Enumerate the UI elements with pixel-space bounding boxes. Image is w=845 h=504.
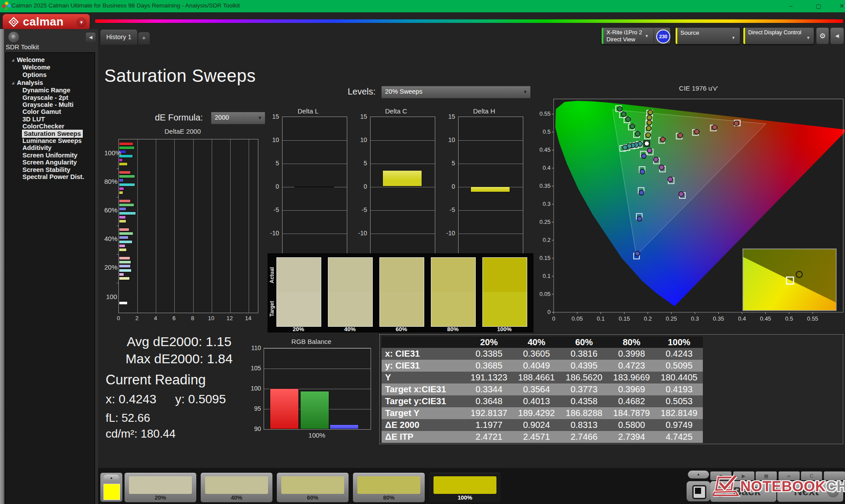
table-row: ΔE 20001.19770.90240.83130.58000.9749 — [382, 419, 703, 431]
maximize-button[interactable]: ▢ — [812, 2, 825, 11]
deltae-bar-magenta — [119, 187, 124, 190]
tree-expand-icon[interactable]: ◢ — [11, 58, 14, 62]
meter-badge: 230 — [656, 29, 670, 44]
patch-button-80%[interactable]: 80% — [353, 473, 425, 502]
calman-menu-chevron-icon[interactable]: ▼ — [77, 18, 86, 27]
stop-button[interactable] — [687, 481, 710, 501]
deltae-bar-green — [119, 260, 131, 264]
sidebar-item-grayscale-multi[interactable]: Grayscale - Multi — [22, 101, 73, 108]
next-button[interactable]: Next » — [777, 481, 843, 502]
transport-small-button-4[interactable]: C — [801, 471, 822, 480]
display-control-status-bar — [743, 28, 745, 44]
svg-text:0.05: 0.05 — [572, 315, 583, 322]
sidebar-item-luminance-sweeps[interactable]: Luminance Sweeps — [22, 137, 82, 144]
deltae-bar-cyan — [119, 269, 132, 272]
cie-measured-blue — [637, 216, 642, 221]
meter-chevron-icon[interactable]: ▼ — [645, 34, 649, 38]
row-value: 0.3685 — [465, 360, 513, 372]
patch-button-20%[interactable]: 20% — [125, 473, 196, 502]
sidebar-item-spectral-power-dist-[interactable]: Spectral Power Dist. — [22, 173, 84, 180]
row-value: 0.4682 — [608, 395, 655, 407]
cie-measured-green — [626, 117, 631, 122]
tree-group-analysis[interactable]: ◢Analysis — [11, 79, 43, 86]
sidebar-item-3d-lut[interactable]: 3D LUT — [22, 116, 45, 123]
transport-small-button-0[interactable]: ■ — [710, 471, 731, 480]
tab-history-1[interactable]: History 1 — [100, 29, 138, 45]
row-value: 2.7394 — [608, 431, 655, 443]
patch-button-100%[interactable]: 100% — [429, 473, 501, 502]
close-button[interactable]: ✕ — [835, 2, 845, 11]
delta-h-chart: Delta H151050-5-10-15100% — [440, 106, 528, 270]
cie-1976-chart: CIE 1976 u'v'00.050.10.150.20.250.30.350… — [536, 83, 845, 329]
patch-label: 100% — [429, 494, 501, 501]
panel-collapse-icon[interactable]: ◀ — [830, 27, 844, 44]
deltae-bar-red — [119, 142, 133, 146]
sidebar-item-dynamic-range[interactable]: Dynamic Range — [22, 87, 70, 94]
deltae-xtick: 0 — [112, 315, 125, 321]
deltae-bar-magenta — [119, 158, 123, 162]
patch-label: 80% — [353, 494, 425, 501]
source-selector[interactable]: Source ▼ — [675, 27, 740, 44]
sidebar-item-welcome[interactable]: Welcome — [22, 64, 50, 71]
cie-measured-yellow — [647, 120, 652, 125]
transport-small-button-2[interactable]: ▦ — [756, 471, 777, 480]
cie-measured-green — [617, 106, 622, 111]
sidebar-item-grayscale-2pt[interactable]: Grayscale - 2pt — [22, 94, 68, 101]
add-tab-button[interactable]: + — [138, 32, 150, 44]
preview-color-swatch — [103, 484, 120, 500]
sidebar-collapse-button[interactable]: ◀ — [86, 33, 96, 42]
sidebar-item-screen-angularity[interactable]: Screen Angularity — [22, 159, 77, 166]
table-header-row: 20%40%60%80%100% — [382, 336, 703, 348]
minimize-button[interactable]: – — [784, 2, 797, 11]
deltae-bar-yellow — [119, 219, 126, 223]
transport-small-button-3[interactable]: ∞ — [779, 471, 800, 480]
sidebar-item-screen-uniformity[interactable]: Screen Uniformity — [22, 152, 77, 159]
deltae-xtick: 8 — [187, 315, 199, 321]
cie-measured-blue — [639, 190, 644, 195]
row-label: Y — [382, 372, 465, 383]
row-value: 4.7425 — [655, 431, 703, 443]
de-formula-dropdown[interactable]: 2000 ▼ — [211, 112, 265, 124]
row-value: 192.8137 — [465, 407, 513, 419]
sidebar-item-additivity[interactable]: Additivity — [22, 144, 51, 151]
tree-expand-icon[interactable]: ◢ — [11, 81, 14, 85]
back-button[interactable]: « Back — [710, 481, 776, 502]
target-swatch-20% — [277, 292, 321, 326]
rgb-ytick: 90 — [244, 425, 261, 432]
levels-dropdown[interactable]: 20% Sweeps ▼ — [381, 86, 531, 99]
swatch-level-label: 60% — [379, 326, 423, 332]
sidebar-item-saturation-sweeps[interactable]: Saturation Sweeps — [22, 130, 82, 137]
sidebar-item-colorchecker[interactable]: ColorChecker — [22, 123, 64, 130]
transport-small-button-5[interactable] — [824, 471, 845, 480]
settings-gear-icon[interactable]: ⚙ — [816, 27, 829, 44]
sidebar-item-color-gamut[interactable]: Color Gamut — [22, 108, 61, 115]
rgb-balance-plot — [264, 348, 371, 430]
row-label: x: CIE31 — [382, 348, 465, 360]
sidebar-pin-button[interactable] — [8, 32, 19, 42]
deltae-xtick: 12 — [224, 315, 236, 321]
workflow-tree: ◢WelcomeWelcomeOptions◢AnalysisDynamic R… — [5, 52, 95, 504]
meter-selector[interactable]: X-Rite i1Pro 2 Direct View ▼ 230 — [601, 27, 671, 44]
row-value: 0.3385 — [465, 348, 513, 360]
patch-button-60%[interactable]: 60% — [277, 473, 349, 502]
tree-group-welcome[interactable]: ◢Welcome — [11, 56, 45, 63]
transport-collapse-up-icon[interactable]: ▲ — [688, 471, 709, 478]
target-swatch-40% — [328, 292, 372, 326]
deltae-bar-yellow — [119, 191, 123, 194]
sidebar-item-options[interactable]: Options — [22, 71, 47, 78]
table-row: Target x:CIE310.33440.35640.37730.39690.… — [382, 383, 703, 395]
calman-menu-button[interactable]: calman ▼ — [3, 14, 90, 30]
patch-button-40%[interactable]: 40% — [201, 473, 272, 502]
collapse-up-icon[interactable]: ▲ — [103, 475, 119, 482]
sidebar-title: SDR Toolkit — [6, 44, 39, 51]
display-control-selector[interactable]: Direct Display Control ▼ — [743, 27, 814, 44]
sidebar-item-screen-stability[interactable]: Screen Stability — [22, 166, 70, 173]
transport-small-button-1[interactable]: ▶ — [733, 471, 754, 480]
delta_c-ytick: 5 — [352, 160, 367, 167]
source-chevron-icon[interactable]: ▼ — [731, 36, 735, 40]
svg-text:0.55: 0.55 — [807, 315, 818, 322]
svg-text:0.55: 0.55 — [540, 110, 551, 117]
display-control-chevron-icon[interactable]: ▼ — [806, 36, 810, 40]
cie-measured-magenta — [668, 177, 672, 182]
pattern-preview-tile[interactable]: ▲ — [100, 473, 122, 502]
